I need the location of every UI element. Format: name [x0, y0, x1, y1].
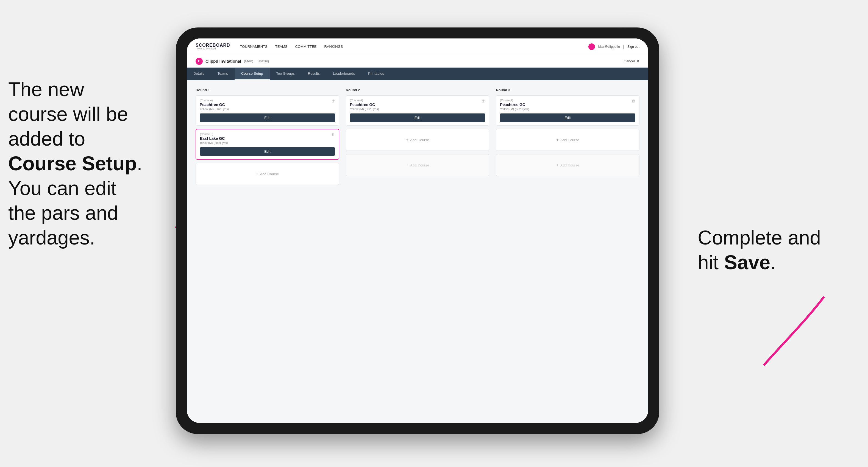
round-3-course-a-details: Yellow (M) (6629 yds)	[500, 107, 636, 111]
round-1-course-a-name: Peachtree GC	[200, 102, 335, 107]
round-2-course-a-edit-button[interactable]: Edit	[350, 114, 485, 122]
round-1-course-a-details: Yellow (M) (6629 yds)	[200, 107, 335, 111]
scoreboard-logo: SCOREBOARD Powered by clippd	[195, 43, 230, 50]
nav-right: blair@clippd.io | Sign out	[588, 43, 640, 50]
round-2-add-course-button[interactable]: + Add Course	[346, 129, 490, 151]
round-1-course-a-card: 🗑 (Course A) Peachtree GC Yellow (M) (66…	[195, 95, 339, 126]
round-2-disabled-plus-icon: +	[406, 163, 408, 167]
round-1-course-a-edit-button[interactable]: Edit	[200, 114, 335, 122]
round-3-header: Round 3	[496, 88, 640, 92]
round-2-course-a-delete-icon[interactable]: 🗑	[481, 98, 486, 103]
nav-tournaments[interactable]: TOURNAMENTS	[240, 44, 268, 49]
round-2-add-course-label: Add Course	[410, 138, 429, 142]
hosting-badge: Hosting	[258, 59, 269, 63]
tab-teams[interactable]: Teams	[211, 68, 235, 80]
main-content: Round 1 🗑 (Course A) Peachtree GC Yellow…	[187, 80, 648, 423]
round-3-add-course-label: Add Course	[560, 138, 579, 142]
round-1-course-b-name: East Lake GC	[200, 136, 335, 141]
nav-separator: |	[623, 45, 624, 49]
round-1-add-course-button[interactable]: + Add Course	[195, 163, 339, 185]
tablet-screen: SCOREBOARD Powered by clippd TOURNAMENTS…	[187, 38, 648, 423]
round-1-course-b-details: Black (M) (6891 yds)	[200, 141, 335, 145]
round-2-header: Round 2	[346, 88, 490, 92]
tablet: SCOREBOARD Powered by clippd TOURNAMENTS…	[176, 28, 659, 434]
round-2-add-course-plus-icon: +	[406, 137, 408, 142]
tournament-name: Clippd Invitational	[206, 59, 241, 63]
tab-results[interactable]: Results	[301, 68, 326, 80]
round-3-course-a-edit-button[interactable]: Edit	[500, 114, 636, 122]
round-1-course-a-delete-icon[interactable]: 🗑	[331, 98, 336, 103]
round-2-disabled-label: Add Course	[410, 163, 429, 167]
round-2-course-a-details: Yellow (M) (6629 yds)	[350, 107, 485, 111]
right-arrow	[747, 291, 835, 374]
round-1-column: Round 1 🗑 (Course A) Peachtree GC Yellow…	[195, 88, 339, 188]
round-1-add-course-plus-icon: +	[256, 172, 258, 176]
right-annotation: Complete and hit Save.	[698, 225, 840, 275]
round-3-add-course-plus-icon: +	[556, 137, 559, 142]
nav-committee[interactable]: COMMITTEE	[295, 44, 317, 49]
clippd-logo-icon: C	[195, 58, 203, 65]
top-nav: SCOREBOARD Powered by clippd TOURNAMENTS…	[187, 38, 648, 55]
round-3-disabled-plus-icon: +	[556, 163, 559, 167]
round-2-course-a-label: (Course A)	[350, 99, 485, 102]
user-email: blair@clippd.io	[598, 45, 620, 49]
brand-title: SCOREBOARD	[195, 43, 230, 48]
tab-leaderboards[interactable]: Leaderboards	[326, 68, 362, 80]
nav-links: TOURNAMENTS TEAMS COMMITTEE RANKINGS	[240, 44, 343, 49]
round-3-course-a-label: (Course A)	[500, 99, 636, 102]
rounds-grid: Round 1 🗑 (Course A) Peachtree GC Yellow…	[195, 88, 640, 188]
round-2-course-a-card: 🗑 (Course A) Peachtree GC Yellow (M) (66…	[346, 95, 490, 126]
left-annotation: The new course will be added to Course S…	[8, 77, 151, 250]
sign-out-link[interactable]: Sign out	[627, 45, 640, 49]
tab-bar: Details Teams Course Setup Tee Groups Re…	[187, 68, 648, 80]
round-3-add-course-button[interactable]: + Add Course	[496, 129, 640, 151]
round-2-add-course-disabled: + Add Course	[346, 154, 490, 176]
round-2-column: Round 2 🗑 (Course A) Peachtree GC Yellow…	[346, 88, 490, 188]
round-1-course-b-delete-icon[interactable]: 🗑	[331, 132, 335, 137]
round-1-course-b-edit-button[interactable]: Edit	[200, 147, 335, 156]
round-3-course-a-name: Peachtree GC	[500, 102, 636, 107]
round-1-course-b-card: 🗑 (Course B) East Lake GC Black (M) (689…	[195, 129, 339, 160]
round-1-add-course-label: Add Course	[260, 172, 279, 176]
nav-teams[interactable]: TEAMS	[275, 44, 288, 49]
cancel-button[interactable]: Cancel ✕	[624, 59, 640, 63]
round-3-course-a-delete-icon[interactable]: 🗑	[631, 98, 636, 103]
tab-course-setup[interactable]: Course Setup	[235, 68, 270, 80]
round-1-course-a-label: (Course A)	[200, 99, 335, 102]
tournament-info: C Clippd Invitational (Men) Hosting	[195, 58, 269, 65]
round-1-course-b-label: (Course B)	[200, 133, 335, 136]
round-3-add-course-disabled: + Add Course	[496, 154, 640, 176]
tab-printables[interactable]: Printables	[362, 68, 391, 80]
round-3-column: Round 3 🗑 (Course A) Peachtree GC Yellow…	[496, 88, 640, 188]
round-1-header: Round 1	[195, 88, 339, 92]
tournament-division: (Men)	[244, 59, 253, 63]
round-3-disabled-label: Add Course	[560, 163, 579, 167]
round-2-course-a-name: Peachtree GC	[350, 102, 485, 107]
tab-details[interactable]: Details	[187, 68, 211, 80]
sub-header: C Clippd Invitational (Men) Hosting Canc…	[187, 55, 648, 68]
nav-rankings[interactable]: RANKINGS	[324, 44, 343, 49]
user-avatar	[588, 43, 595, 50]
brand-subtitle: Powered by clippd	[195, 48, 230, 50]
round-3-course-a-card: 🗑 (Course A) Peachtree GC Yellow (M) (66…	[496, 95, 640, 126]
tab-tee-groups[interactable]: Tee Groups	[270, 68, 301, 80]
nav-left: SCOREBOARD Powered by clippd TOURNAMENTS…	[195, 43, 343, 50]
